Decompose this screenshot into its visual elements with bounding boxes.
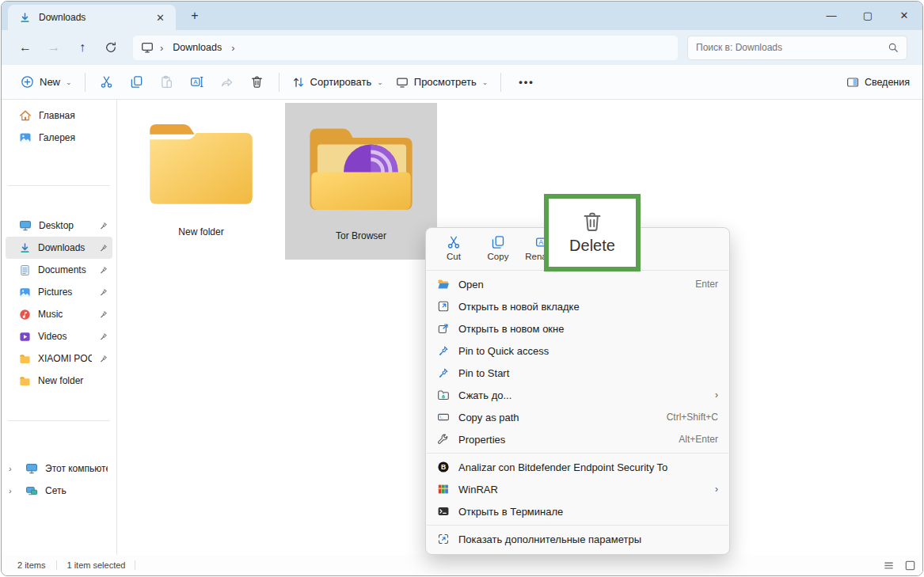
- sidebar-item-home[interactable]: Главная: [6, 104, 112, 127]
- pin-icon: [99, 332, 108, 341]
- close-button[interactable]: ✕: [886, 2, 922, 28]
- file-explorer-window: Downloads ✕ + — ▢ ✕ ← → ↑ › Downloads ›: [1, 1, 923, 576]
- menu-item-bitdefender-scan[interactable]: B Analizar con Bitdefender Endpoint Secu…: [426, 456, 729, 478]
- sidebar-item-videos[interactable]: Videos: [6, 325, 112, 347]
- sidebar-item-label: Pictures: [38, 287, 92, 298]
- sidebar-item-label: Videos: [38, 331, 92, 342]
- sidebar-item-pictures[interactable]: Pictures: [6, 281, 112, 303]
- menu-item-winrar[interactable]: WinRAR ›: [426, 478, 729, 500]
- sidebar-item-documents[interactable]: Documents: [6, 259, 112, 281]
- chevron-down-icon: ⌄: [377, 78, 383, 86]
- menu-item-open[interactable]: Open Enter: [426, 273, 729, 295]
- copy-icon[interactable]: [122, 70, 152, 93]
- sidebar-item-new-folder[interactable]: New folder: [6, 370, 112, 392]
- menu-item-properties[interactable]: Properties Alt+Enter: [426, 428, 729, 450]
- sidebar-item-label: Documents: [38, 264, 92, 275]
- sidebar-item-label: Сеть: [45, 485, 108, 496]
- sort-arrows-icon: [292, 76, 305, 89]
- copy-button[interactable]: Copy: [480, 235, 516, 261]
- details-pane-icon: [846, 76, 859, 89]
- details-pane-button[interactable]: Сведения: [846, 76, 910, 89]
- paste-icon[interactable]: [152, 70, 182, 93]
- up-button[interactable]: ↑: [68, 40, 97, 55]
- submenu-chevron-icon: ›: [715, 484, 718, 495]
- folder-icon: [19, 353, 31, 365]
- list-view-icon[interactable]: [883, 560, 895, 571]
- sidebar-item-gallery[interactable]: Галерея: [6, 127, 112, 149]
- view-icon: [396, 76, 409, 89]
- share-icon[interactable]: [212, 70, 242, 93]
- new-button[interactable]: New ⌄: [14, 70, 78, 93]
- tor-browser-folder-icon: [301, 107, 421, 226]
- pin-icon: [436, 345, 450, 357]
- search-box[interactable]: [687, 36, 907, 60]
- open-new-tab-icon: [436, 300, 450, 313]
- sort-button[interactable]: Сортировать ⌄: [286, 71, 390, 93]
- refresh-button[interactable]: [97, 41, 125, 54]
- svg-text:A: A: [193, 78, 198, 85]
- maximize-button[interactable]: ▢: [850, 2, 886, 28]
- pin-icon: [99, 310, 108, 319]
- chevron-right-icon[interactable]: ›: [9, 486, 18, 495]
- wrench-icon: [436, 434, 450, 446]
- address-bar[interactable]: › Downloads ›: [133, 36, 678, 60]
- this-pc-icon: [25, 462, 38, 475]
- navigation-pane: Главная Галерея Desktop Downloads Doc: [2, 100, 117, 555]
- winrar-icon: [436, 483, 450, 495]
- pin-icon: [99, 288, 108, 297]
- sidebar-item-this-pc[interactable]: › Этот компьютер: [6, 457, 112, 480]
- details-pane-label: Сведения: [865, 77, 910, 88]
- sidebar-item-music[interactable]: Music: [6, 303, 112, 325]
- back-button[interactable]: ←: [11, 40, 40, 55]
- menu-item-open-new-window[interactable]: Открыть в новом окне: [426, 317, 729, 340]
- chevron-right-icon[interactable]: ›: [9, 464, 18, 473]
- delete-icon[interactable]: [242, 70, 272, 93]
- more-options-icon[interactable]: •••: [508, 76, 546, 88]
- open-folder-icon: [436, 278, 450, 290]
- sidebar-item-downloads[interactable]: Downloads: [6, 237, 112, 259]
- tab-close-icon[interactable]: ✕: [151, 11, 169, 25]
- sidebar-item-label: XIAOMI POCO F: [38, 353, 92, 364]
- menu-item-shortcut: Ctrl+Shift+C: [667, 412, 718, 423]
- sidebar-item-xiaomi[interactable]: XIAOMI POCO F: [6, 347, 112, 370]
- menu-item-open-new-tab[interactable]: Открыть в новой вкладке: [426, 295, 729, 317]
- menu-item-open-in-terminal[interactable]: Открыть в Терминале: [426, 500, 729, 522]
- sidebar-item-desktop[interactable]: Desktop: [6, 214, 112, 237]
- menu-item-compress-to[interactable]: Сжать до... ›: [426, 384, 729, 406]
- zip-folder-icon: [436, 389, 450, 401]
- svg-text:\..: \..: [439, 415, 443, 419]
- menu-item-copy-as-path[interactable]: \.. Copy as path Ctrl+Shift+C: [426, 406, 729, 428]
- sidebar-item-label: New folder: [38, 375, 108, 386]
- view-button[interactable]: Просмотреть ⌄: [390, 71, 494, 93]
- sidebar-item-network[interactable]: › Сеть: [6, 480, 112, 502]
- explorer-tab-downloads[interactable]: Downloads ✕: [8, 5, 176, 30]
- new-tab-button[interactable]: +: [185, 9, 204, 23]
- tab-title: Downloads: [39, 12, 143, 23]
- selected-count: 1 item selected: [67, 560, 135, 570]
- sidebar-item-label: Music: [38, 309, 92, 320]
- annotation-label: Delete: [569, 237, 615, 255]
- menu-item-pin-to-start[interactable]: Pin to Start: [426, 362, 729, 384]
- sort-button-label: Сортировать: [310, 76, 372, 88]
- breadcrumb-downloads[interactable]: Downloads: [169, 40, 225, 55]
- forward-button[interactable]: →: [40, 40, 68, 55]
- large-icons-view-icon[interactable]: [904, 560, 916, 571]
- delete-highlight-annotation[interactable]: Delete: [544, 194, 641, 271]
- menu-item-label: Показать дополнительные параметры: [458, 533, 718, 545]
- menu-item-show-more-options[interactable]: Показать дополнительные параметры: [426, 528, 729, 550]
- cut-button[interactable]: Cut: [435, 235, 472, 261]
- sidebar-divider: [8, 185, 110, 186]
- cut-icon[interactable]: [92, 70, 122, 93]
- search-input[interactable]: [696, 42, 888, 53]
- file-tile-new-folder[interactable]: New folder: [138, 103, 264, 260]
- rename-icon[interactable]: A: [182, 70, 212, 93]
- items-count: 2 items: [17, 560, 57, 570]
- pin-icon: [99, 355, 108, 363]
- minimize-button[interactable]: —: [813, 2, 850, 28]
- pin-icon: [99, 266, 108, 275]
- sidebar-divider: [8, 420, 110, 421]
- file-tile-tor-browser[interactable]: Tor Browser: [285, 103, 437, 260]
- copy-as-path-icon: \..: [436, 411, 450, 423]
- menu-item-pin-quick-access[interactable]: Pin to Quick access: [426, 340, 729, 362]
- copy-icon: [491, 235, 505, 249]
